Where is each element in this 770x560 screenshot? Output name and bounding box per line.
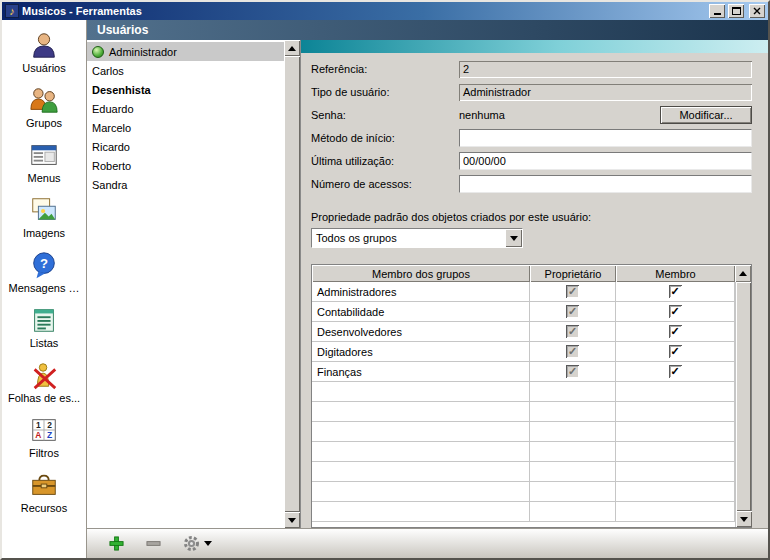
chevron-down-icon — [204, 541, 212, 546]
field-label-numero-acessos: Número de acessos: — [311, 178, 459, 190]
table-scroll-up-button[interactable] — [735, 265, 751, 282]
resources-icon — [29, 470, 59, 500]
user-list-scrollbar[interactable] — [284, 40, 300, 528]
app-window: ♪ Musicos - Ferramentas Usuários — [0, 0, 770, 560]
user-list: Administrador Carlos Desenhista Eduardo — [87, 40, 284, 528]
minimize-button[interactable] — [709, 4, 725, 18]
proprietario-checkbox — [566, 305, 579, 318]
field-label-ultima-utilizacao: Última utilização: — [311, 155, 459, 167]
user-name: Marcelo — [92, 122, 131, 134]
membro-checkbox[interactable] — [669, 345, 682, 358]
sidebar-item-label: Recursos — [21, 502, 67, 514]
default-property-label: Propriedade padrão dos objetos criados p… — [311, 211, 752, 223]
membro-checkbox[interactable] — [669, 305, 682, 318]
sidebar-item-recursos[interactable]: Recursos — [2, 466, 86, 521]
user-name: Administrador — [109, 46, 177, 58]
maximize-button[interactable] — [728, 4, 744, 18]
sidebar-item-grupos[interactable]: Grupos — [2, 81, 86, 136]
app-icon: ♪ — [5, 4, 19, 18]
remove-user-button[interactable] — [146, 536, 161, 551]
table-row[interactable]: Administradores — [312, 282, 735, 302]
list-item-sandra[interactable]: Sandra — [87, 175, 284, 194]
bottom-toolbar — [87, 528, 768, 558]
scrollbar-thumb[interactable] — [736, 282, 751, 511]
list-item-carlos[interactable]: Carlos — [87, 61, 284, 80]
proprietario-checkbox — [566, 345, 579, 358]
add-user-button[interactable] — [109, 536, 124, 551]
list-item-ricardo[interactable]: Ricardo — [87, 137, 284, 156]
scroll-down-button[interactable] — [284, 512, 300, 528]
group-icon — [29, 85, 59, 115]
sidebar-item-imagens[interactable]: Imagens — [2, 191, 86, 246]
settings-button[interactable] — [183, 535, 212, 552]
list-item-marcelo[interactable]: Marcelo — [87, 118, 284, 137]
table-scrollbar[interactable] — [735, 282, 751, 527]
list-item-administrador[interactable]: Administrador — [87, 42, 284, 61]
proprietario-checkbox — [566, 285, 579, 298]
table-row-empty — [312, 442, 735, 462]
images-icon — [29, 195, 59, 225]
table-row-empty — [312, 502, 735, 522]
dropdown-button[interactable] — [505, 229, 522, 247]
user-icon — [29, 30, 59, 60]
membro-checkbox[interactable] — [669, 285, 682, 298]
scroll-up-button[interactable] — [284, 40, 300, 56]
sidebar-item-menus[interactable]: Menus — [2, 136, 86, 191]
modificar-button[interactable]: Modificar... — [660, 106, 752, 124]
list-item-eduardo[interactable]: Eduardo — [87, 99, 284, 118]
arrow-down-icon — [288, 518, 296, 523]
close-icon — [753, 7, 761, 15]
user-name: Ricardo — [92, 141, 130, 153]
svg-text:1: 1 — [36, 420, 41, 430]
user-name: Carlos — [92, 65, 124, 77]
sidebar-item-usuarios[interactable]: Usuários — [2, 26, 86, 81]
sidebar-item-folhas-de-estilo[interactable]: Folhas de es... — [2, 356, 86, 411]
list-item-desenhista[interactable]: Desenhista — [87, 80, 284, 99]
sidebar: Usuários Grupos — [2, 20, 87, 558]
sidebar-item-label: Imagens — [23, 227, 65, 239]
title-bar[interactable]: ♪ Musicos - Ferramentas — [2, 2, 768, 20]
membro-checkbox[interactable] — [669, 325, 682, 338]
ultima-utilizacao-input[interactable] — [459, 152, 752, 170]
arrow-down-icon — [740, 517, 748, 522]
column-header-proprietario[interactable]: Proprietário — [530, 265, 616, 282]
dropdown-value: Todos os grupos — [312, 229, 505, 247]
sidebar-item-mensagens[interactable]: ? Mensagens … — [2, 246, 86, 301]
table-row-empty — [312, 462, 735, 482]
svg-text:?: ? — [40, 256, 48, 271]
group-dropdown[interactable]: Todos os grupos — [311, 228, 523, 248]
table-row[interactable]: Digitadores — [312, 342, 735, 362]
table-row[interactable]: Finanças — [312, 362, 735, 382]
table-row-empty — [312, 382, 735, 402]
stylesheets-icon — [29, 360, 59, 390]
field-label-senha: Senha: — [311, 109, 459, 121]
table-rows: Administradores Contabilidade — [312, 282, 735, 527]
column-header-membro-dos-grupos[interactable]: Membro dos grupos — [312, 265, 530, 282]
scrollbar-thumb[interactable] — [284, 56, 300, 512]
metodo-inicio-input[interactable] — [459, 129, 752, 147]
panel-title: Usuários — [97, 23, 148, 37]
numero-acessos-input[interactable] — [459, 175, 752, 193]
list-item-roberto[interactable]: Roberto — [87, 156, 284, 175]
close-button[interactable] — [749, 4, 765, 18]
gear-icon — [183, 535, 200, 552]
column-header-membro[interactable]: Membro — [616, 265, 735, 282]
maximize-icon — [732, 7, 741, 15]
chevron-down-icon — [510, 236, 518, 241]
table-row[interactable]: Contabilidade — [312, 302, 735, 322]
sidebar-item-label: Grupos — [26, 117, 62, 129]
table-row[interactable]: Desenvolvedores — [312, 322, 735, 342]
proprietario-checkbox — [566, 325, 579, 338]
field-label-referencia: Referência: — [311, 63, 459, 75]
table-scroll-down-button[interactable] — [736, 511, 752, 527]
window-title: Musicos - Ferramentas — [22, 5, 706, 17]
membro-checkbox[interactable] — [669, 365, 682, 378]
group-name: Desenvolvedores — [312, 322, 530, 342]
sidebar-item-filtros[interactable]: 1 2 A Z Filtros — [2, 411, 86, 466]
sidebar-item-listas[interactable]: Listas — [2, 301, 86, 356]
user-name: Sandra — [92, 179, 127, 191]
table-row-empty — [312, 402, 735, 422]
arrow-up-icon — [739, 271, 747, 276]
filters-icon: 1 2 A Z — [29, 415, 59, 445]
field-label-tipo-usuario: Tipo de usuário: — [311, 86, 459, 98]
